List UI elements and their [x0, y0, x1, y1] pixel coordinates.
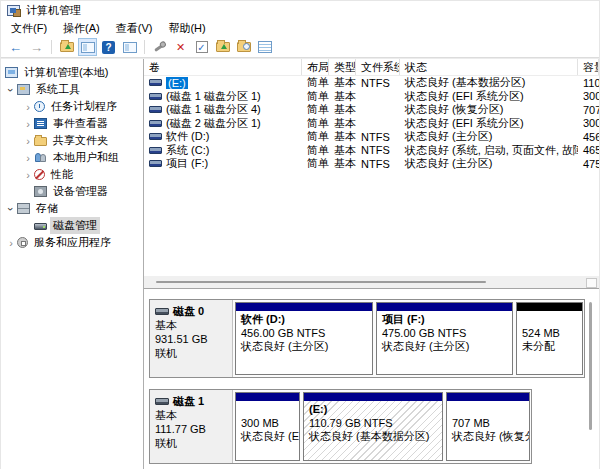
recovery-partition[interactable]: 707 MB 状态良好 (恢复分区): [446, 392, 530, 461]
primary-partition-color-bar: [236, 303, 372, 311]
forward-icon: →: [30, 40, 43, 55]
sidebar-item-device-manager[interactable]: › 设备管理器: [1, 183, 143, 200]
column-header-layout[interactable]: 布局: [302, 59, 329, 75]
open-folder-button[interactable]: [213, 38, 232, 56]
disk-management-icon: [34, 223, 47, 230]
sidebar-item-performance[interactable]: › 性能: [1, 166, 143, 183]
chevron-down-icon[interactable]: ›: [5, 84, 17, 96]
volume-icon: [149, 133, 162, 140]
efi-partition[interactable]: 300 MB 状态良好 (EFI 系统分区): [235, 392, 300, 461]
sidebar-item-computer-management[interactable]: 计算机管理(本地): [1, 64, 143, 81]
details-view-button[interactable]: [255, 38, 274, 56]
menu-help[interactable]: 帮助(H): [160, 19, 213, 38]
titlebar: 计算机管理: [1, 1, 599, 19]
primary-partition-color-bar: [447, 393, 529, 401]
sidebar-item-event-viewer[interactable]: › 事件查看器: [1, 115, 143, 132]
column-header-filesystem[interactable]: 文件系统: [356, 59, 400, 75]
disk-icon: [155, 398, 169, 405]
window-title: 计算机管理: [26, 3, 81, 18]
pointer-tool-icon: [154, 43, 165, 52]
table-row-volume-f[interactable]: 项目 (F:) 简单 基本 NTFS 状态良好 (主分区) 475.00 GB: [144, 157, 599, 171]
table-row-volume-e[interactable]: (E:) 简单 基本 NTFS 状态良好 (基本数据分区) 110.79 GB: [144, 76, 599, 90]
table-row-disk2-part1[interactable]: (磁盘 2 磁盘分区 1) 简单 基本 状态良好 (EFI 系统分区) 300 …: [144, 117, 599, 131]
sidebar-item-storage[interactable]: › 存储: [1, 200, 143, 217]
disk-icon: [155, 308, 169, 315]
horizontal-scrollbar-thumb[interactable]: [156, 281, 486, 283]
table-row-disk1-part1[interactable]: (磁盘 1 磁盘分区 1) 简单 基本 状态良好 (EFI 系统分区) 300 …: [144, 90, 599, 104]
table-row-volume-c[interactable]: 系统 (C:) 简单 基本 NTFS 状态良好 (系统, 启动, 页面文件, 故…: [144, 144, 599, 158]
disk-1-header[interactable]: 磁盘 1 基本 111.77 GB 联机: [150, 390, 233, 463]
volume-icon: [149, 147, 162, 154]
chevron-right-icon[interactable]: ›: [22, 135, 34, 147]
volume-icon: [149, 79, 162, 86]
properties-button[interactable]: ✓: [192, 38, 211, 56]
volume-icon: [149, 120, 162, 127]
delete-volume-button[interactable]: ✕: [171, 38, 190, 56]
disk-0-header[interactable]: 磁盘 0 基本 931.51 GB 联机: [150, 300, 233, 377]
chevron-down-icon[interactable]: ›: [5, 203, 17, 215]
storage-icon: [17, 203, 30, 214]
find-folder-button[interactable]: [234, 38, 253, 56]
services-icon: [17, 237, 28, 248]
sidebar-item-services-applications[interactable]: › 服务和应用程序: [1, 234, 143, 251]
chevron-right-icon[interactable]: ›: [22, 152, 34, 164]
column-header-type[interactable]: 类型: [329, 59, 356, 75]
sidebar-item-local-users-groups[interactable]: › 本地用户和组: [1, 149, 143, 166]
help-icon: ?: [102, 41, 115, 54]
menu-action[interactable]: 操作(A): [55, 19, 108, 38]
sidebar-item-task-scheduler[interactable]: › 任务计划程序: [1, 98, 143, 115]
action-pane-toggle-button[interactable]: [120, 38, 139, 56]
horizontal-scrollbar[interactable]: [144, 276, 599, 288]
performance-icon: [34, 169, 45, 180]
task-scheduler-icon: [34, 101, 45, 112]
computer-icon: [5, 67, 18, 78]
sidebar-item-disk-management[interactable]: › 磁盘管理: [1, 217, 143, 234]
pointer-tool-button[interactable]: [150, 38, 169, 56]
show-console-tree-button[interactable]: [57, 38, 76, 56]
chevron-right-icon[interactable]: ›: [5, 237, 17, 249]
partition-d[interactable]: 软件 (D:) 456.00 GB NTFS 状态良好 (主分区): [235, 302, 373, 375]
checkmark-icon: ✓: [196, 41, 208, 53]
vertical-scrollbar-thumb[interactable]: [589, 302, 592, 430]
column-header-volume[interactable]: 卷: [144, 59, 302, 75]
unallocated-color-bar: [517, 303, 582, 311]
disk-1-partitions: 300 MB 状态良好 (EFI 系统分区) (E:) 110.79 GB NT…: [233, 390, 531, 463]
back-button[interactable]: ←: [6, 38, 25, 56]
sidebar-item-system-tools[interactable]: › 系统工具: [1, 81, 143, 98]
local-users-icon: [34, 152, 47, 163]
disk-0-band: 磁盘 0 基本 931.51 GB 联机 软件 (D:) 456.00 GB N…: [149, 299, 585, 378]
folder-up-icon: [60, 42, 74, 52]
toolbar-separator: [51, 40, 52, 54]
system-tools-icon: [17, 84, 30, 95]
chevron-right-icon[interactable]: ›: [22, 118, 34, 130]
scrollbar-corner: [586, 278, 597, 288]
help-button[interactable]: ?: [99, 38, 118, 56]
disk-graphics-pane: 磁盘 0 基本 931.51 GB 联机 软件 (D:) 456.00 GB N…: [144, 289, 599, 469]
console-tree-panel-icon: [81, 42, 95, 53]
volume-table-header: 卷 布局 类型 文件系统 状态 容量: [144, 59, 599, 76]
menu-file[interactable]: 文件(F): [3, 19, 55, 38]
column-header-status[interactable]: 状态: [400, 59, 578, 75]
sidebar-item-shared-folders[interactable]: › 共享文件夹: [1, 132, 143, 149]
table-row-disk1-part4[interactable]: (磁盘 1 磁盘分区 4) 简单 基本 状态良好 (恢复分区) 707 MB: [144, 103, 599, 117]
column-header-capacity[interactable]: 容量: [578, 59, 599, 75]
toolbar-separator: [144, 40, 145, 54]
chevron-right-icon[interactable]: ›: [22, 169, 34, 181]
disk-0-partitions: 软件 (D:) 456.00 GB NTFS 状态良好 (主分区) 项目 (F:…: [233, 300, 584, 377]
primary-partition-color-bar: [304, 393, 442, 401]
console-tree-sidebar: 计算机管理(本地) › 系统工具 › 任务计划程序 › 事件查看器 › 共享文件…: [1, 59, 144, 469]
menubar: 文件(F) 操作(A) 查看(V) 帮助(H): [1, 19, 599, 37]
event-viewer-icon: [34, 118, 47, 129]
primary-partition-color-bar: [377, 303, 512, 311]
folder-search-icon: [237, 42, 251, 52]
unallocated-space[interactable]: 524 MB 未分配: [516, 302, 583, 375]
console-tree-toggle-button[interactable]: [78, 38, 97, 56]
partition-f[interactable]: 项目 (F:) 475.00 GB NTFS 状态良好 (主分区): [376, 302, 513, 375]
forward-button[interactable]: →: [27, 38, 46, 56]
volume-icon: [149, 160, 162, 167]
action-pane-panel-icon: [123, 42, 137, 53]
menu-view[interactable]: 查看(V): [108, 19, 161, 38]
chevron-right-icon[interactable]: ›: [22, 101, 34, 113]
partition-e-selected[interactable]: (E:) 110.79 GB NTFS 状态良好 (基本数据分区): [303, 392, 443, 461]
table-row-volume-d[interactable]: 软件 (D:) 简单 基本 NTFS 状态良好 (主分区) 456.00 GB: [144, 130, 599, 144]
